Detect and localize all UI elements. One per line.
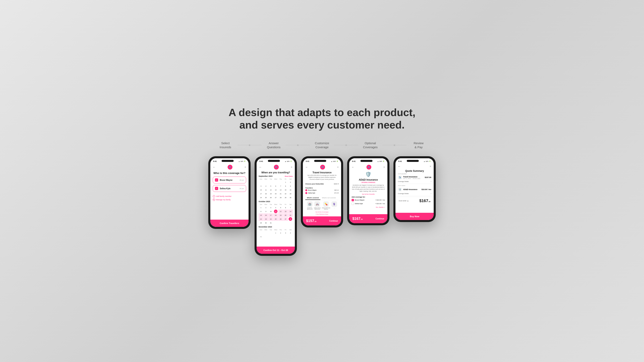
add-price: $10.00 / mo bbox=[422, 188, 431, 190]
see-ref-notes[interactable]: ▾ See Reference Notes bbox=[303, 213, 341, 215]
bruce-coverage-price: + $10.00 / mo bbox=[375, 199, 385, 201]
add-family-link[interactable]: + Add family member bbox=[213, 195, 246, 198]
divider-1 bbox=[398, 184, 431, 184]
confirm-travellers-btn[interactable]: Confirm Travellers bbox=[210, 220, 248, 227]
travel-dates: Oct 11, 2023 → Oct 28, 2023 bbox=[403, 178, 420, 179]
selina-checkbox[interactable]: ✓ bbox=[215, 187, 218, 190]
phones-row: 9:41 ▲WiFi🔋 ← 🐦 × Who is this coverage f… bbox=[181, 156, 463, 256]
manage-icon: ✎ bbox=[213, 199, 215, 201]
step-customize-coverage: CustomizeCoverage bbox=[310, 141, 334, 149]
confirm-dates-btn[interactable]: Confirm Oct 11 - Oct 28 bbox=[256, 247, 295, 254]
cal-oct28-end[interactable]: 28 bbox=[288, 217, 292, 221]
travel-price: $157.55 bbox=[425, 176, 431, 178]
manage-family-link[interactable]: ✎ Manage my family bbox=[213, 199, 246, 201]
price-bar-4: $167.55 Continue bbox=[349, 214, 388, 223]
add-badge: #ADO72868X bbox=[396, 185, 434, 187]
nav-bar-5: ← × bbox=[396, 163, 434, 169]
buy-now-btn[interactable]: Buy Now bbox=[396, 213, 434, 220]
due-now-text: DUE NOW bbox=[399, 200, 406, 202]
traveller-row-bruce: ✓ Bruce Wayne $85.10 bbox=[305, 189, 339, 192]
cal-grid-nov: Sun Mon Tue Wed Thu Fri Sat 1 2 3 4 bbox=[258, 229, 293, 239]
logo-3: 🐦 bbox=[320, 165, 325, 170]
see-full-list[interactable]: See full list of coverages bbox=[303, 211, 341, 213]
selina-traveller-name: Selina Kyle bbox=[308, 192, 334, 194]
nav-bar-3: ← 🐦 × bbox=[303, 163, 341, 171]
coverage-tabs: What's covered What's not covered bbox=[305, 196, 339, 200]
add-coverage-details-row[interactable]: Coverage Details › bbox=[396, 192, 434, 195]
travel-icon: ✈️ bbox=[398, 175, 402, 179]
headline-line2: and serves every customer need. bbox=[240, 119, 405, 131]
cal-grid-sep: Sun Mon Tue Wed Thu Fri Sat 1 2 bbox=[258, 178, 293, 199]
close-button-4[interactable]: × bbox=[384, 166, 385, 169]
month-oct-label: October 2023 bbox=[258, 201, 270, 203]
connector-4 bbox=[382, 144, 406, 146]
selina-coverage-checkbox[interactable] bbox=[352, 203, 354, 205]
traveller-item-bruce[interactable]: ✓ Bruce Wayne 35 yrs bbox=[213, 177, 246, 183]
cal-oct11-start[interactable]: 11 bbox=[274, 210, 278, 213]
no-thanks-link[interactable]: No, thanks × bbox=[349, 206, 388, 209]
close-button-3[interactable]: × bbox=[337, 166, 339, 169]
price-main-4: $167.55 bbox=[352, 217, 363, 221]
screen2-title: When are you travelling? bbox=[256, 171, 295, 175]
travel-info: ✈️ Travel Insurance Oct 11, 2023 → Oct 2… bbox=[398, 175, 420, 179]
total-bar: DUE NOW ▲ $167.55 bbox=[396, 197, 434, 205]
phone-review-pay: 9:41 ▲WiFi🔋 ← × Quote Summary #737132346… bbox=[394, 156, 436, 222]
back-button-1[interactable]: ← bbox=[213, 166, 216, 169]
add-family-label: Add family member bbox=[216, 195, 232, 197]
status-icons-3: ▲WiFi🔋 bbox=[331, 160, 338, 162]
close-button-5[interactable]: × bbox=[430, 165, 431, 168]
travel-coverage-details-row[interactable]: Coverage Details › bbox=[396, 180, 434, 183]
bruce-coverage-checkbox[interactable]: ✓ bbox=[352, 199, 354, 201]
back-button-2[interactable]: ← bbox=[259, 166, 262, 169]
continue-btn-4[interactable]: Continue bbox=[376, 218, 384, 220]
selina-coverage-name: Selina Kyle bbox=[352, 203, 363, 205]
status-icons-4: ▲WiFi🔋 bbox=[377, 160, 384, 162]
screen3-title: Travel Insurance bbox=[303, 171, 341, 174]
deductible-value[interactable]: $300 ▾ bbox=[334, 183, 339, 185]
add-icon: + bbox=[213, 195, 215, 198]
step-answer-questions: AnswerQuestions bbox=[262, 141, 286, 149]
tab-whats-covered[interactable]: What's covered bbox=[305, 196, 320, 200]
bruce-traveller-name: Bruce Wayne bbox=[308, 189, 334, 191]
status-time-5: 9:41 bbox=[398, 160, 402, 162]
travel-name: Travel Insurance bbox=[403, 176, 420, 178]
selina-traveller-price: $72.45 bbox=[334, 192, 339, 194]
traveller-item-selina[interactable]: ✓ Selina Kyle 32 yrs bbox=[213, 185, 246, 192]
screen3-subtitle: Up to $10,000,000 of coverage per travel… bbox=[303, 174, 341, 181]
travel-chevron-icon: › bbox=[431, 181, 431, 182]
bruce-coverage-label: Bruce Wayne bbox=[355, 199, 364, 201]
month-september: September 2023 Reset Dates bbox=[258, 175, 293, 177]
continue-btn-3[interactable]: Continue bbox=[329, 220, 338, 222]
tab-not-covered[interactable]: What's not covered bbox=[320, 196, 337, 200]
selina-name: Selina Kyle bbox=[220, 187, 240, 190]
close-button-2[interactable]: × bbox=[291, 166, 292, 169]
screen4-title: AD&D Insurance bbox=[349, 178, 388, 181]
status-time-2: 9:41 bbox=[260, 160, 263, 162]
back-button-5[interactable]: ← bbox=[398, 165, 401, 168]
reset-dates[interactable]: Reset Dates bbox=[285, 176, 293, 177]
see-benefits-link[interactable]: See full list of benefits bbox=[349, 193, 388, 195]
bruce-traveller-price: $85.10 bbox=[334, 189, 339, 191]
close-button-1[interactable]: × bbox=[244, 166, 246, 169]
status-icons-2: ▲WiFi🔋 bbox=[285, 160, 292, 162]
dynamic-island-3 bbox=[314, 160, 326, 162]
bruce-name: Bruce Wayne bbox=[220, 179, 240, 181]
add-coverage-label: Coverage Details bbox=[398, 193, 409, 194]
ambulance-icon-wrap: 🚑 AMBULANCESERVICES bbox=[314, 201, 320, 210]
connector-2 bbox=[286, 144, 310, 146]
selina-check: ✓ bbox=[305, 192, 307, 194]
total-price-display: $167.55 bbox=[419, 199, 430, 203]
month-nov-label: November 2023 bbox=[258, 226, 272, 228]
screen4-body: Accidents can happen! Increase your cove… bbox=[349, 184, 388, 193]
back-button-3[interactable]: ← bbox=[305, 166, 308, 169]
quote-number: #7371323463 bbox=[396, 173, 434, 175]
bruce-checkbox[interactable]: ✓ bbox=[215, 178, 218, 182]
step-select-insureds: SelectInsureds bbox=[213, 141, 238, 149]
family-actions: + Add family member ✎ Manage my family bbox=[210, 193, 248, 204]
drugs-icon-wrap: 💊 PRESCRIPTIONDRUGS bbox=[322, 201, 330, 210]
logo-1: 🐦 bbox=[228, 165, 232, 170]
drugs-icon: 💊 bbox=[323, 201, 329, 207]
back-button-4[interactable]: ← bbox=[352, 166, 354, 169]
status-time-1: 9:41 bbox=[213, 160, 217, 162]
price-bar-3: $157.55 Continue bbox=[303, 216, 341, 225]
